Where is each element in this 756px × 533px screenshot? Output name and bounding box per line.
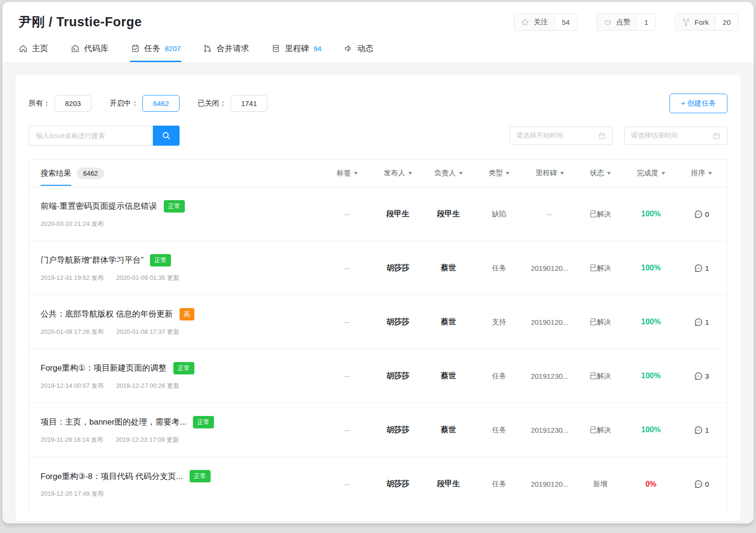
published-date: 2019-12-31 19:52 发布 [41, 274, 104, 282]
comment-count: 0 [705, 480, 709, 488]
cell-status: 已解决 [575, 318, 626, 327]
tab-home[interactable]: 主页 [19, 34, 48, 62]
cell-comments[interactable]: 0 [676, 480, 727, 489]
tab-issues-count: 8207 [165, 44, 181, 53]
filter-open-label: 开启中： [109, 99, 138, 108]
priority-badge: 正常 [164, 200, 185, 213]
issue-title[interactable]: 公共：底部导航版权 信息的年份更新 [41, 309, 173, 320]
issue-dates: 2019-12-20 17:49 发布 [41, 490, 322, 498]
tab-pulls[interactable]: 合并请求 [203, 34, 249, 62]
cell-comments[interactable]: 1 [676, 264, 727, 273]
published-date: 2019-11-29 18:14 发布 [41, 436, 103, 444]
cell-tag: -- [322, 372, 373, 380]
end-date-input[interactable]: 请选择结束时间 [624, 127, 727, 145]
published-date: 2019-12-14 00:57 发布 [41, 382, 104, 390]
priority-badge: 正常 [190, 470, 211, 482]
tab-codebase[interactable]: 代码库 [71, 34, 108, 62]
tab-issues-label: 任务 [144, 43, 160, 54]
updated-date: 2020-01-08 17:37 更新 [116, 328, 179, 336]
comment-icon [694, 210, 703, 219]
star-icon [521, 18, 530, 27]
cell-type: 任务 [474, 480, 524, 489]
start-date-input[interactable]: 请选择开始时间 [510, 127, 613, 145]
tab-codebase-label: 代码库 [84, 43, 108, 54]
cell-progress: 100% [626, 264, 676, 272]
comment-count: 1 [705, 318, 709, 326]
tab-activity[interactable]: 动态 [344, 34, 373, 62]
filter-open-count[interactable]: 6462 [142, 95, 179, 112]
updated-date: 2019-12-23 17:09 更新 [116, 436, 179, 444]
search-input[interactable] [29, 126, 153, 146]
cell-assignee: 蔡世 [423, 425, 474, 435]
cell-milestone: 20190120... [524, 264, 575, 272]
filter-closed-count[interactable]: 1741 [231, 95, 267, 112]
issue-row: 公共：底部导航版权 信息的年份更新 高 2020-01-08 17:26 发布2… [29, 295, 727, 349]
column-assignee[interactable]: 负责人 [423, 169, 474, 178]
issue-dates: 2019-12-14 00:57 发布2019-12-27 00:26 更新 [41, 382, 322, 390]
column-progress[interactable]: 完成度 [626, 169, 676, 178]
column-status[interactable]: 状态 [575, 169, 626, 178]
issue-title[interactable]: 项目：主页，banner图的处理，需要考... [41, 416, 186, 427]
issue-row: 项目：主页，banner图的处理，需要考... 正常 2019-11-29 18… [29, 403, 727, 457]
merge-icon [203, 44, 212, 53]
filter-row: 所有： 8203 开启中： 6462 已关闭： 1741 + 创建任务 [29, 94, 727, 113]
column-sort[interactable]: 排序 [676, 169, 727, 178]
cell-progress: 100% [626, 372, 676, 380]
repo-icon [71, 44, 80, 53]
cell-publisher: 段甲生 [373, 209, 423, 219]
priority-badge: 正常 [193, 416, 214, 428]
search-button[interactable] [153, 126, 180, 146]
praise-label: 点赞 [616, 18, 630, 27]
published-date: 2020-01-08 17:26 发布 [41, 328, 104, 336]
caret-down-icon [408, 172, 412, 175]
issue-title[interactable]: Forge重构①：项目新建页面的调整 [41, 362, 167, 373]
page-title: 尹刚 / Trustie-Forge [19, 13, 142, 31]
fork-label: Fork [694, 18, 709, 26]
column-milestone[interactable]: 里程碑 [524, 169, 575, 178]
tab-milestones-count: 94 [313, 44, 321, 53]
issue-title[interactable]: 门户导航新增“群体学习平台” [41, 255, 143, 266]
praise-count: 1 [637, 14, 655, 30]
watch-label: 关注 [533, 18, 548, 27]
filter-all-count[interactable]: 8203 [54, 95, 91, 112]
cell-publisher: 胡莎莎 [373, 425, 423, 435]
fork-button[interactable]: Fork20 [675, 13, 738, 31]
tab-milestones[interactable]: 里程碑94 [271, 34, 321, 62]
search-results-tab[interactable]: 搜索结果 6462 [41, 160, 104, 186]
search-results-count: 6462 [77, 168, 104, 179]
cell-comments[interactable]: 0 [676, 210, 727, 219]
caret-down-icon [354, 172, 358, 175]
cell-assignee: 蔡世 [423, 263, 474, 273]
column-type[interactable]: 类型 [474, 169, 524, 178]
issues-table: 搜索结果 6462 标签发布人负责人类型里程碑状态完成度排序 前端-重置密码页面… [29, 159, 727, 511]
column-publisher[interactable]: 发布人 [373, 169, 423, 178]
filter-all-label: 所有： [29, 99, 50, 108]
cell-comments[interactable]: 1 [676, 318, 727, 327]
tab-pulls-label: 合并请求 [216, 43, 249, 54]
cell-comments[interactable]: 1 [676, 426, 727, 435]
cell-type: 任务 [474, 264, 524, 273]
watch-button[interactable]: 关注54 [514, 13, 577, 31]
cell-type: 任务 [474, 426, 524, 435]
issue-title[interactable]: Forge重构③-8：项目代码 代码分支页... [41, 471, 183, 482]
caret-down-icon [607, 172, 611, 175]
issue-title[interactable]: 前端-重置密码页面提示信息错误 [41, 201, 157, 212]
cell-comments[interactable]: 3 [676, 372, 727, 381]
column-tag[interactable]: 标签 [322, 169, 373, 178]
create-task-button[interactable]: + 创建任务 [670, 94, 727, 113]
priority-badge: 高 [180, 308, 194, 320]
cell-assignee: 蔡世 [423, 371, 474, 381]
tab-issues[interactable]: 任务8207 [131, 34, 181, 62]
speaker-icon [344, 44, 353, 53]
cell-status: 已解决 [575, 372, 626, 381]
cell-publisher: 胡莎莎 [373, 263, 423, 273]
heart-icon [603, 18, 612, 27]
caret-down-icon [708, 172, 712, 175]
table-header: 搜索结果 6462 标签发布人负责人类型里程碑状态完成度排序 [29, 160, 727, 187]
cell-progress: 0% [626, 480, 676, 489]
cell-milestone: 20191230... [524, 426, 575, 434]
cell-publisher: 胡莎莎 [373, 479, 423, 489]
updated-date: 2020-01-09 01:35 更新 [116, 274, 179, 282]
praise-button[interactable]: 点赞1 [596, 13, 656, 31]
issue-dates: 2020-01-08 17:26 发布2020-01-08 17:37 更新 [41, 328, 322, 336]
